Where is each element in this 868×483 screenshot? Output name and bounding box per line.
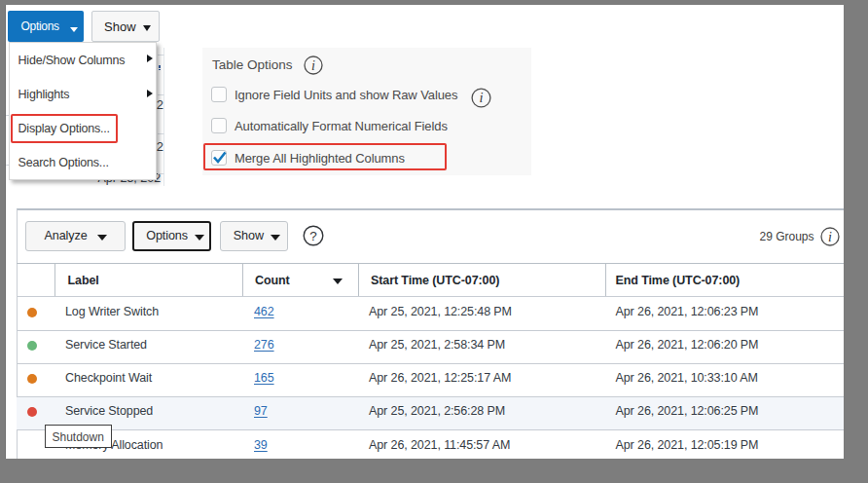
svg-text:i: i [828,230,832,244]
svg-text:i: i [311,58,315,73]
svg-text:i: i [479,91,483,106]
svg-text:?: ? [309,229,317,243]
